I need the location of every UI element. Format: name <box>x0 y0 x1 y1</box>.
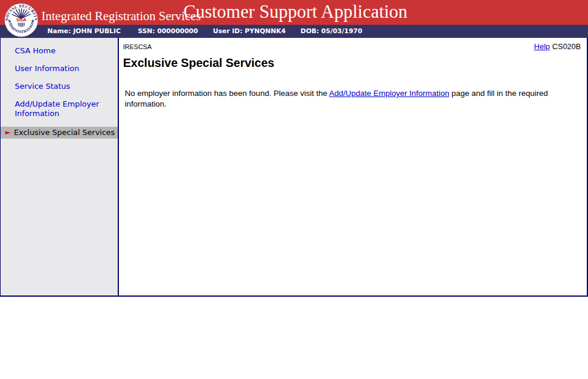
sidebar-item-user-information[interactable]: User Information <box>15 64 118 73</box>
seal-usa-text: USA <box>17 17 27 23</box>
active-item-label: Exclusive Special Services <box>14 128 115 137</box>
user-information-link[interactable]: User Information <box>15 64 79 73</box>
sidebar-item-csa-home[interactable]: CSA Home <box>15 46 118 56</box>
help-and-screen-id: HelpCS020B <box>534 42 581 51</box>
user-ssn-field: SSN: 000000000 <box>138 25 198 38</box>
message-pre-text: No employer information has been found. … <box>125 89 329 98</box>
add-update-employer-nav-link[interactable]: Add/Update Employer Information <box>15 99 99 118</box>
help-link[interactable]: Help <box>534 42 550 51</box>
page-title: Exclusive Special Services <box>123 56 581 70</box>
sidebar-item-service-status[interactable]: Service Status <box>15 82 118 91</box>
no-employer-info-message: No employer information has been found. … <box>125 88 581 110</box>
sidebar-item-exclusive-special-services[interactable]: ► Exclusive Special Services <box>1 127 118 139</box>
main-top-bar: IRESCSA HelpCS020B <box>123 42 581 51</box>
active-item-arrow-icon: ► <box>5 128 10 137</box>
org-title: Integrated Registration Services <box>41 9 201 24</box>
ssa-seal-logo: SOCIAL SECURITY ADMINISTRATION USA <box>4 3 38 37</box>
sidebar-nav: CSA Home User Information Service Status… <box>0 38 118 296</box>
add-update-employer-inline-link[interactable]: Add/Update Employer Information <box>329 89 449 98</box>
user-info-bar: Name: JOHN PUBLIC SSN: 000000000 User ID… <box>0 25 588 38</box>
app-code-label: IRESCSA <box>123 43 151 50</box>
service-status-link[interactable]: Service Status <box>15 82 70 91</box>
user-id-field: User ID: PYNQNNK4 <box>213 25 286 38</box>
customer-support-application-page: Integrated Registration Services Custome… <box>0 0 588 379</box>
app-header-banner: Integrated Registration Services Custome… <box>0 0 588 25</box>
ssa-seal-icon: SOCIAL SECURITY ADMINISTRATION USA <box>4 3 38 37</box>
user-name-field: Name: JOHN PUBLIC <box>47 25 121 38</box>
content-area: CSA Home User Information Service Status… <box>0 38 588 297</box>
csa-home-link[interactable]: CSA Home <box>15 46 56 55</box>
screen-id-label: CS020B <box>553 42 581 51</box>
user-dob-field: DOB: 05/03/1970 <box>301 25 362 38</box>
main-panel: IRESCSA HelpCS020B Exclusive Special Ser… <box>119 38 588 296</box>
sidebar-item-add-update-employer[interactable]: Add/Update Employer Information <box>15 99 105 118</box>
app-title: Customer Support Application <box>183 1 408 23</box>
